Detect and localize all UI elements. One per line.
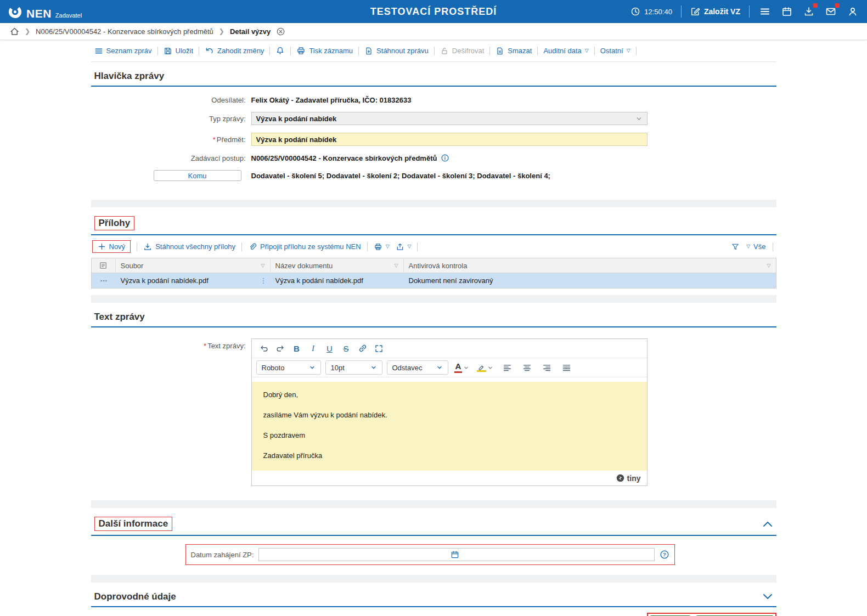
ostatni-button[interactable]: Ostatní ▽ (600, 47, 630, 55)
table-header-soubor[interactable]: Soubor ▽ (116, 258, 271, 273)
footer-actions: Odeslat Podepsat a odeslat (91, 607, 776, 616)
grid-icon (99, 261, 108, 270)
dropdown-triangle-icon: ▽ (585, 48, 589, 53)
desifrovat-button[interactable]: Dešifrovat (440, 47, 485, 55)
datum-zahajeni-label: Datum zahájení ZP: (191, 551, 254, 559)
novy-button[interactable]: Nový (98, 242, 126, 251)
tisk-zaznamu-button[interactable]: Tisk záznamu (296, 46, 353, 55)
annotation-box: Nový (92, 240, 131, 253)
rich-text-editor: B I U S Roboto (251, 338, 648, 486)
stahnout-vsechny-button[interactable]: Stáhnout všechny přílohy (143, 242, 235, 251)
link-button[interactable] (355, 341, 370, 355)
komu-button[interactable]: Komu (154, 170, 241, 181)
align-justify-button[interactable] (559, 360, 574, 375)
chevron-down-icon (463, 365, 469, 371)
current-time: 12:50:40 (630, 7, 672, 16)
underline-button[interactable]: U (322, 341, 337, 355)
menu-button[interactable] (758, 5, 772, 18)
user-profile-button[interactable] (846, 5, 859, 18)
required-mark: * (204, 342, 206, 350)
top-header: NEN Zadavatel TESTOVACÍ PROSTŘEDÍ 12:50:… (0, 0, 867, 23)
downloads-button[interactable] (802, 5, 815, 18)
section-doprovodne-udaje: Doprovodné údaje (91, 583, 776, 607)
font-family-select[interactable]: Roboto (256, 360, 321, 375)
divider (434, 47, 435, 55)
dropdown-triangle-icon: ▽ (746, 244, 750, 249)
vse-filter-button[interactable]: ▽ Vše (746, 242, 765, 251)
info-icon[interactable] (441, 154, 449, 162)
align-right-button[interactable] (539, 360, 554, 375)
bold-button[interactable]: B (289, 341, 305, 355)
undo-button[interactable] (256, 341, 272, 355)
table-header-antivir[interactable]: Antivirová kontrola ▽ (404, 258, 776, 273)
collapse-section-button[interactable] (762, 520, 773, 528)
home-icon[interactable] (10, 27, 19, 36)
drag-handle-icon[interactable] (261, 276, 266, 285)
date-picker-button[interactable] (451, 550, 459, 559)
table-header-type[interactable] (92, 258, 116, 273)
download-icon (143, 242, 152, 251)
font-size-value: 10pt (331, 364, 345, 372)
italic-button[interactable]: I (306, 341, 321, 355)
section-gap (91, 200, 776, 207)
zalozit-vz-button[interactable]: Založit VZ (690, 7, 740, 16)
undo-icon (205, 46, 214, 55)
tiny-logo-text[interactable]: tiny (627, 474, 641, 483)
downloads-badge (813, 3, 818, 8)
editor-content[interactable]: Dobrý den, zasíláme Vám výzvu k podání n… (252, 382, 647, 471)
auditni-data-button[interactable]: Auditní data ▽ (543, 47, 588, 55)
zahodit-zmeny-label: Zahodit změny (217, 47, 264, 55)
export-attachments-button[interactable]: ▽ (396, 242, 412, 251)
editor-toolbar-row1: B I U S (252, 339, 647, 358)
close-tab-icon[interactable] (276, 27, 285, 36)
cell-antivir: Dokument není zavirovaný (404, 273, 776, 288)
filter-triangle-icon[interactable]: ▽ (395, 263, 398, 268)
align-left-button[interactable] (499, 360, 515, 375)
notifications-button[interactable] (275, 46, 285, 55)
seznam-zprav-button[interactable]: Seznam zpráv (94, 47, 152, 55)
breadcrumb-procedure[interactable]: N006/25/V00004542 - Konzervace sbírkovýc… (36, 27, 213, 36)
print-attachments-button[interactable]: ▽ (374, 242, 390, 251)
annotation-box: Další informace (94, 517, 173, 531)
font-size-select[interactable]: 10pt (325, 360, 382, 375)
table-row[interactable]: Výzva k podání nabídek.pdf Výzva k podán… (92, 273, 776, 288)
strikethrough-button[interactable]: S (339, 341, 354, 355)
align-center-button[interactable] (519, 360, 534, 375)
nen-logo[interactable]: NEN Zadavatel (8, 4, 82, 19)
filter-triangle-icon[interactable]: ▽ (261, 263, 265, 268)
unlock-icon (440, 47, 449, 55)
column-label: Název dokumentu (275, 262, 333, 270)
divider (358, 47, 359, 55)
time-text: 12:50:40 (644, 8, 672, 16)
pripojit-prilohu-button[interactable]: Připojit přílohu ze systému NEN (248, 242, 361, 251)
predmet-input[interactable] (251, 133, 648, 146)
fullscreen-button[interactable] (371, 341, 387, 355)
hamburger-icon (759, 6, 770, 17)
file-name[interactable]: Výzva k podání nabídek.pdf (121, 276, 209, 285)
divider (773, 242, 773, 251)
ostatni-label: Ostatní (600, 47, 623, 55)
redo-button[interactable] (273, 341, 288, 355)
smazat-button[interactable]: Smazat (496, 47, 532, 55)
ulozit-button[interactable]: Uložit (164, 47, 194, 55)
table-header-nazev[interactable]: Název dokumentu ▽ (271, 258, 404, 273)
calendar-button[interactable] (780, 5, 793, 18)
row-menu-cell[interactable] (92, 273, 116, 288)
komu-value: Dodavatel - školení 5; Dodavatel - škole… (251, 172, 550, 180)
highlight-color-button[interactable] (475, 363, 495, 372)
text-color-icon: A (454, 362, 463, 373)
text-color-button[interactable]: A (453, 362, 471, 373)
expand-section-button[interactable] (762, 593, 773, 601)
help-icon[interactable]: ? (660, 550, 669, 560)
messages-button[interactable] (824, 5, 837, 18)
form-row-typ-zpravy: Typ zprávy: Výzva k podání nabídek (91, 112, 776, 125)
filter-triangle-icon[interactable]: ▽ (767, 263, 771, 268)
paragraph-format-select[interactable]: Odstavec (387, 360, 448, 375)
divider (537, 47, 538, 55)
filter-funnel-icon[interactable] (731, 242, 740, 251)
typ-zpravy-select[interactable]: Výzva k podání nabídek (251, 112, 648, 125)
zahodit-zmeny-button[interactable]: Zahodit změny (205, 46, 264, 55)
auditni-data-label: Auditní data (543, 47, 581, 55)
mail-icon (825, 6, 836, 17)
stahnout-zpravu-button[interactable]: Stáhnout zprávu (364, 47, 429, 55)
